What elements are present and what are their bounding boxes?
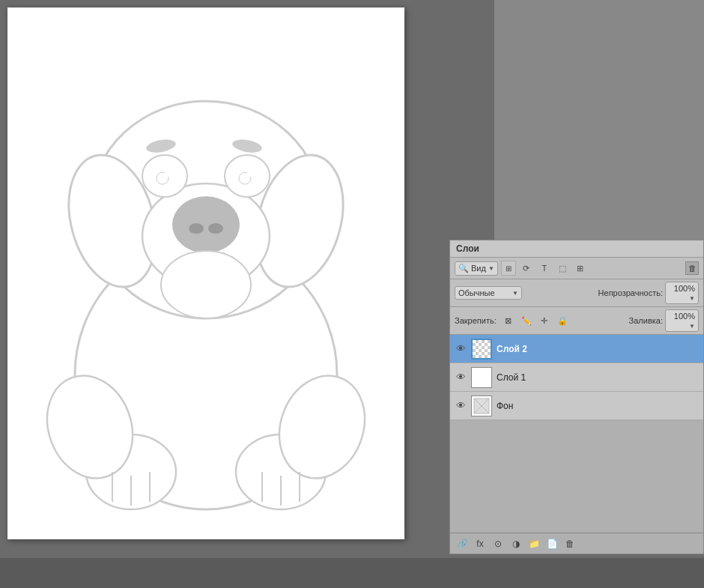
add-mask-btn[interactable]: ⊙	[491, 536, 506, 551]
opacity-row: Непрозрачность: 100% ▼	[598, 282, 699, 304]
lock-row: Закрепить: ⊠ ✏️ ✛ 🔒 Заливка: 100% ▼	[450, 307, 703, 335]
layer-row-layer2[interactable]: 👁 Слой 2	[450, 335, 703, 363]
dog-illustration	[7, 7, 404, 539]
fill-chevron-icon: ▼	[689, 323, 695, 330]
lock-all-btn[interactable]: 🔒	[555, 313, 570, 328]
lock-image-btn[interactable]: ✏️	[519, 313, 534, 328]
fill-label: Заливка:	[629, 316, 663, 325]
lock-label: Закрепить:	[455, 316, 497, 325]
layers-panel: Слои 🔍 Вид ▼ ⊞ ⟳ T ⬚ ⊞ 🗑 Обычные ▼ Непро…	[449, 240, 704, 554]
link-btn[interactable]: ⊞	[573, 261, 588, 276]
layer2-thumbnail	[471, 339, 492, 360]
chevron-down-icon: ▼	[488, 265, 494, 272]
visibility-icon-fon[interactable]: 👁	[455, 400, 467, 412]
folder-btn[interactable]: 📁	[527, 536, 541, 551]
svg-point-5	[172, 196, 240, 253]
link-layers-btn[interactable]: 🔗	[455, 536, 470, 551]
adjustment-btn[interactable]: ◑	[509, 536, 524, 551]
svg-point-6	[189, 223, 204, 234]
canvas-area	[0, 0, 494, 558]
svg-point-16	[161, 251, 251, 318]
lock-position-btn[interactable]: ✛	[537, 313, 552, 328]
panel-bottom-toolbar: 🔗 fx ⊙ ◑ 📁 📄 🗑	[450, 533, 703, 554]
panel-header: Слои	[450, 240, 703, 258]
new-layer-btn[interactable]: 📄	[544, 536, 559, 551]
opacity-input[interactable]: 100% ▼	[665, 282, 699, 304]
panel-title: Слои	[456, 243, 479, 254]
trash-btn-bottom[interactable]: 🗑	[562, 536, 577, 551]
canvas-document	[7, 7, 404, 539]
panel-toolbar: 🔍 Вид ▼ ⊞ ⟳ T ⬚ ⊞ 🗑	[450, 258, 703, 279]
visibility-icon-layer2[interactable]: 👁	[455, 343, 467, 355]
layer-row-fon[interactable]: 👁 Фон	[450, 392, 703, 420]
svg-point-15	[247, 171, 253, 177]
fon-thumb-icon	[473, 397, 491, 415]
search-icon: 🔍	[458, 264, 469, 273]
layer-row-layer1[interactable]: 👁 Слой 1	[450, 363, 703, 392]
lock-icons: ⊠ ✏️ ✛ 🔒	[501, 313, 570, 328]
svg-point-7	[208, 223, 223, 234]
layer-style-btn[interactable]: fx	[473, 536, 488, 551]
lock-transparent-btn[interactable]: ⊠	[501, 313, 516, 328]
fon-thumbnail	[471, 395, 492, 416]
blend-mode-select[interactable]: Обычные ▼	[455, 286, 522, 300]
fill-input[interactable]: 100% ▼	[665, 309, 699, 332]
opacity-label: Непрозрачность:	[598, 288, 663, 297]
fill-row: Заливка: 100% ▼	[629, 309, 699, 332]
delete-layer-btn[interactable]: 🗑	[685, 261, 699, 275]
view-label: Вид	[471, 264, 486, 273]
view-select[interactable]: 🔍 Вид ▼	[455, 261, 498, 276]
text-btn[interactable]: T	[537, 261, 552, 276]
fon-name: Фон	[497, 401, 513, 411]
bottom-bar	[0, 558, 704, 588]
layer1-thumbnail	[471, 367, 492, 388]
blend-row: Обычные ▼ Непрозрачность: 100% ▼	[450, 279, 703, 307]
layer1-name: Слой 1	[497, 372, 526, 383]
rotate-btn[interactable]: ⟳	[519, 261, 534, 276]
blend-chevron-icon: ▼	[512, 290, 518, 297]
layer2-name: Слой 2	[497, 344, 527, 354]
blend-mode-value: Обычные	[458, 288, 495, 297]
opacity-chevron-icon: ▼	[689, 295, 695, 302]
frame-btn[interactable]: ⬚	[555, 261, 570, 276]
svg-point-13	[165, 171, 171, 177]
new-layer-from-btn[interactable]: ⊞	[501, 261, 516, 276]
visibility-icon-layer1[interactable]: 👁	[455, 372, 467, 384]
right-top-area	[494, 0, 704, 240]
